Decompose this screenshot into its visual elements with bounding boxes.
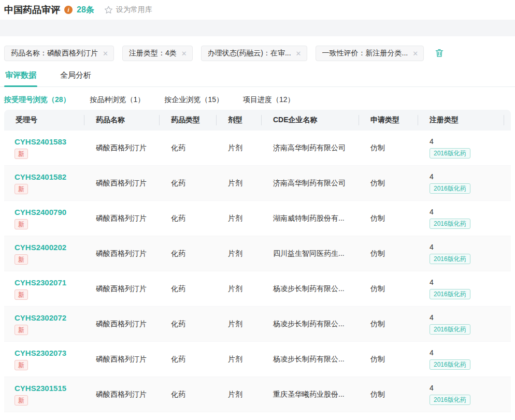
cell-drug-type: 化药 xyxy=(160,214,217,223)
cell-dosage-form: 片剂 xyxy=(217,284,262,294)
registration-type-number: 4 xyxy=(430,313,504,322)
cell-drug-type: 化药 xyxy=(160,143,217,153)
registration-type-badge: 2016版化药 xyxy=(430,254,470,264)
trash-icon xyxy=(434,48,445,60)
registration-type-number: 4 xyxy=(430,172,504,181)
cell-dosage-form: 片剂 xyxy=(217,249,262,258)
acceptance-number-link[interactable]: CYHS2401583 xyxy=(15,137,84,146)
acceptance-number-link[interactable]: CYHS2400790 xyxy=(15,208,84,216)
filter-chip-status: 办理状态(药融云)：在审... ✕ xyxy=(201,46,307,61)
cell-registration-type: 4 2016版化药 xyxy=(418,243,504,264)
column-header-cde-company: CDE企业名称 xyxy=(262,115,359,125)
cell-acceptance-no: CYHS2401582 新 xyxy=(4,172,84,194)
registration-type-number: 4 xyxy=(430,278,504,286)
registration-type-badge: 2016版化药 xyxy=(430,289,470,299)
column-header-acceptance-no: 受理号 xyxy=(4,115,84,125)
new-badge: 新 xyxy=(15,149,28,159)
cell-dosage-form: 片剂 xyxy=(217,390,262,399)
page-header: 中国药品审评 i 28条 设为常用库 xyxy=(0,0,515,20)
cell-company: 杨凌步长制药有限公... xyxy=(262,284,359,294)
cell-drug-type: 化药 xyxy=(160,249,217,258)
registration-type-badge: 2016版化药 xyxy=(430,359,470,370)
cell-company: 济南高华制药有限公司 xyxy=(262,143,359,153)
new-badge: 新 xyxy=(15,325,28,335)
star-outline-icon xyxy=(104,5,113,15)
column-header-drug-name: 药品名称 xyxy=(84,115,160,125)
cell-drug-type: 化药 xyxy=(160,390,217,399)
filter-chip-registration-type: 注册类型：4类 ✕ xyxy=(122,46,193,61)
cell-drug-name: 磷酸西格列汀片 xyxy=(84,143,160,153)
close-icon[interactable]: ✕ xyxy=(103,50,108,57)
cell-drug-name: 磷酸西格列汀片 xyxy=(84,214,160,223)
acceptance-number-link[interactable]: CYHS2302072 xyxy=(15,313,84,322)
cell-application-type: 仿制 xyxy=(359,143,418,153)
cell-company: 杨凌步长制药有限公... xyxy=(262,355,359,364)
new-badge: 新 xyxy=(15,184,28,194)
cell-application-type: 仿制 xyxy=(359,249,418,258)
cell-drug-name: 磷酸西格列汀片 xyxy=(84,355,160,364)
cell-registration-type: 4 2016版化药 xyxy=(418,278,504,299)
filter-chip-label: 药品名称：磷酸西格列汀片 xyxy=(11,49,98,58)
subtab-by-variety[interactable]: 按品种浏览（1） xyxy=(90,95,145,108)
set-favorite-button[interactable]: 设为常用库 xyxy=(104,5,152,15)
registration-type-number: 4 xyxy=(430,243,504,251)
table-row: CYHS2302073 新 磷酸西格列汀片 化药 片剂 杨凌步长制药有限公...… xyxy=(4,342,511,377)
close-icon[interactable]: ✕ xyxy=(181,50,187,57)
cell-registration-type: 4 2016版化药 xyxy=(418,172,504,194)
subtab-by-company[interactable]: 按企业浏览（15） xyxy=(164,95,223,108)
cell-registration-type: 4 2016版化药 xyxy=(418,313,504,335)
cell-acceptance-no: CYHS2301515 新 xyxy=(4,384,84,405)
page-title: 中国药品审评 xyxy=(4,4,60,16)
cell-dosage-form: 片剂 xyxy=(217,143,262,153)
cell-drug-name: 磷酸西格列汀片 xyxy=(84,249,160,258)
table-body: CYHS2401583 新 磷酸西格列汀片 化药 片剂 济南高华制药有限公司 仿… xyxy=(4,131,511,412)
filter-chip-drug-name: 药品名称：磷酸西格列汀片 ✕ xyxy=(4,46,114,61)
table-row: CYHS2400202 新 磷酸西格列汀片 化药 片剂 四川益生智同医药生...… xyxy=(4,236,511,271)
cell-drug-name: 磷酸西格列汀片 xyxy=(84,284,160,294)
cell-application-type: 仿制 xyxy=(359,284,418,294)
cell-application-type: 仿制 xyxy=(359,214,418,223)
info-circle-icon[interactable]: i xyxy=(64,6,73,14)
filter-bar: 药品名称：磷酸西格列汀片 ✕ 注册类型：4类 ✕ 办理状态(药融云)：在审...… xyxy=(4,46,511,61)
cell-drug-type: 化药 xyxy=(160,179,217,188)
registration-type-badge: 2016版化药 xyxy=(430,148,470,158)
filter-chip-consistency-evaluation: 一致性评价：新注册分类... ✕ xyxy=(316,46,424,61)
main-tabs: 审评数据 全局分析 xyxy=(0,69,515,87)
cell-application-type: 仿制 xyxy=(359,320,418,329)
tab-review-data[interactable]: 审评数据 xyxy=(4,69,37,86)
cell-acceptance-no: CYHS2400202 新 xyxy=(4,243,84,265)
registration-type-number: 4 xyxy=(430,384,504,392)
table-header-row: 受理号 药品名称 药品类型 剂型 CDE企业名称 申请类型 注册类型 xyxy=(4,110,511,131)
acceptance-number-link[interactable]: CYHS2302073 xyxy=(15,349,84,357)
clear-all-filters-button[interactable] xyxy=(434,48,445,60)
cell-drug-type: 化药 xyxy=(160,355,217,364)
registration-type-badge: 2016版化药 xyxy=(430,219,470,229)
registration-type-number: 4 xyxy=(430,137,504,146)
acceptance-number-link[interactable]: CYHS2401582 xyxy=(15,172,84,181)
cell-company: 济南高华制药有限公司 xyxy=(262,179,359,188)
new-badge: 新 xyxy=(15,289,28,300)
table-row: CYHS2302071 新 磷酸西格列汀片 化药 片剂 杨凌步长制药有限公...… xyxy=(4,271,511,307)
cell-company: 杨凌步长制药有限公... xyxy=(262,320,359,329)
table-row: CYHS2302072 新 磷酸西格列汀片 化药 片剂 杨凌步长制药有限公...… xyxy=(4,307,511,342)
close-icon[interactable]: ✕ xyxy=(296,50,302,57)
acceptance-number-link[interactable]: CYHS2302071 xyxy=(15,278,84,287)
subtab-by-acceptance-number[interactable]: 按受理号浏览（28） xyxy=(4,95,70,108)
cell-acceptance-no: CYHS2400790 新 xyxy=(4,208,84,229)
acceptance-number-link[interactable]: CYHS2400202 xyxy=(15,243,84,252)
cell-dosage-form: 片剂 xyxy=(217,320,262,329)
cell-registration-type: 4 2016版化药 xyxy=(418,208,504,229)
table-row: CYHS2401582 新 磷酸西格列汀片 化药 片剂 济南高华制药有限公司 仿… xyxy=(4,166,511,201)
cell-acceptance-no: CYHS2401583 新 xyxy=(4,137,84,159)
close-icon[interactable]: ✕ xyxy=(412,50,418,57)
acceptance-number-link[interactable]: CYHS2301515 xyxy=(15,384,84,393)
cell-registration-type: 4 2016版化药 xyxy=(418,137,504,158)
sub-tabs: 按受理号浏览（28） 按品种浏览（1） 按企业浏览（15） 项目进度（12） xyxy=(0,87,515,108)
subtab-project-progress[interactable]: 项目进度（12） xyxy=(243,95,295,108)
column-header-registration-type: 注册类型 xyxy=(418,115,504,125)
cell-dosage-form: 片剂 xyxy=(217,214,262,223)
tab-global-analysis[interactable]: 全局分析 xyxy=(59,69,92,86)
table-row: CYHS2400790 新 磷酸西格列汀片 化药 片剂 湖南威特制药股份有...… xyxy=(4,201,511,236)
cell-company: 重庆圣华曦药业股份... xyxy=(262,390,359,399)
registration-type-badge: 2016版化药 xyxy=(430,324,470,335)
